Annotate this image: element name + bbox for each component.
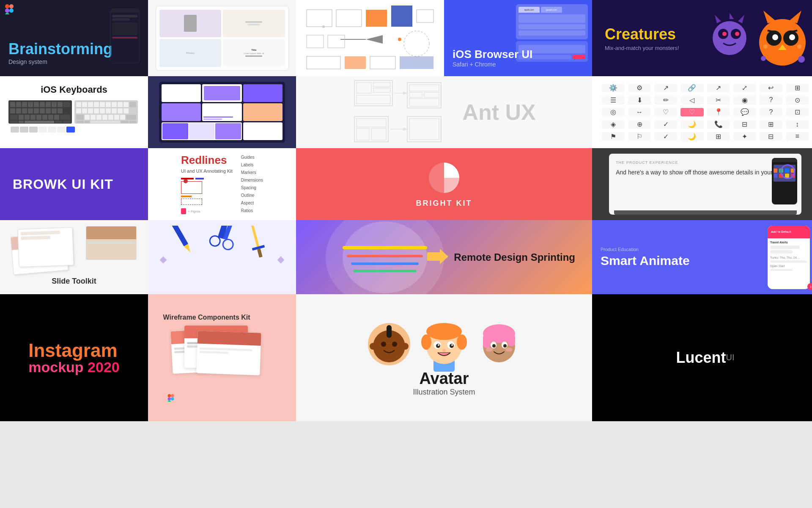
icon-cell: ↩: [760, 84, 782, 93]
icon-cell: ✓: [654, 120, 677, 129]
svg-rect-119: [357, 83, 371, 93]
svg-rect-98: [85, 115, 90, 120]
svg-rect-7: [366, 10, 387, 27]
svg-point-163: [426, 323, 462, 340]
svg-rect-48: [34, 102, 39, 107]
card-avatar[interactable]: Avatar Illustration System: [296, 294, 592, 421]
card-tools-blue[interactable]: [148, 220, 296, 294]
svg-rect-71: [60, 115, 70, 120]
card-bright-kit[interactable]: BRIGHT KIT: [296, 148, 592, 220]
svg-rect-128: [424, 92, 439, 97]
svg-rect-137: [409, 119, 439, 140]
svg-rect-151: [171, 394, 174, 398]
bright-kit-title: BRIGHT KIT: [416, 199, 472, 208]
bright-kit-icon-svg: [427, 161, 461, 195]
card-redlines[interactable]: Redlines UI and UX Annotating Kit + Figm…: [148, 148, 296, 220]
svg-rect-56: [22, 108, 27, 113]
card-wireframe-components[interactable]: Wireframe Components Kit: [148, 294, 296, 421]
card-creatures[interactable]: Creatures Mix-and-match your monsters!: [592, 0, 812, 76]
svg-rect-152: [167, 398, 171, 401]
svg-rect-158: [387, 325, 392, 338]
svg-rect-105: [126, 115, 136, 120]
svg-rect-117: [66, 127, 75, 133]
card-product-experience[interactable]: THE PRODUCT EXPERIENCE And here's a way …: [592, 148, 812, 220]
icon-cell: ?: [760, 108, 782, 117]
redlines-content: Redlines UI and UX Annotating Kit + Figm…: [181, 154, 263, 215]
svg-rect-57: [28, 108, 33, 113]
svg-point-181: [503, 344, 507, 348]
icon-cell: ✂: [707, 96, 730, 105]
svg-rect-12: [307, 35, 324, 48]
svg-rect-74: [25, 121, 54, 123]
svg-rect-17: [370, 56, 395, 69]
prototype-screens: Privacy Title Lorem ipsum dolor sit: [156, 6, 289, 71]
instagram-text: Instagram: [28, 340, 117, 361]
wireframe-arrows-svg: [298, 1, 442, 75]
card-smart-animate[interactable]: Product Education Smart Animate Add to D…: [592, 220, 812, 294]
svg-rect-55: [16, 108, 21, 113]
svg-rect-94: [112, 108, 117, 113]
svg-rect-112: [20, 127, 28, 133]
icon-cell: ↗: [707, 84, 730, 93]
svg-marker-135: [403, 127, 407, 131]
svg-rect-53: [63, 102, 70, 107]
svg-rect-50: [46, 102, 51, 107]
card-figma-prototype[interactable]: Privacy Title Lorem ipsum dolor sit: [148, 0, 296, 76]
icon-cell: ◈: [602, 120, 625, 129]
svg-rect-131: [357, 119, 386, 127]
card-slide-toolkit[interactable]: Slide Toolkit: [0, 220, 148, 294]
card-icon-grid[interactable]: ⚙️ ⚙ ↗ 🔗 ↗ ⤢ ↩ ⊞ ☰ ⬇ ✏ ◁ ✂ ◉ ? ⊙ ◎ ↔ ♡ ♡…: [592, 76, 812, 148]
icon-cell: ↗: [654, 84, 677, 93]
svg-rect-104: [120, 115, 125, 120]
icon-cell: 💬: [733, 108, 756, 117]
svg-rect-88: [76, 108, 81, 113]
card-dashboard-purple[interactable]: [148, 76, 296, 148]
card-ant-ux[interactable]: Ant UX: [296, 76, 592, 148]
svg-point-144: [222, 238, 234, 250]
svg-rect-101: [102, 115, 107, 120]
svg-rect-80: [88, 102, 93, 107]
svg-rect-59: [40, 108, 45, 113]
svg-rect-115: [48, 127, 56, 133]
svg-rect-121: [373, 88, 390, 92]
smart-animate-content: Product Education Smart Animate: [601, 247, 763, 268]
main-grid: Brainstorming Design system Privacy Titl…: [0, 0, 812, 508]
svg-rect-49: [40, 102, 45, 107]
svg-rect-46: [22, 102, 27, 107]
card-ios-keyboards[interactable]: iOS Keyboards: [0, 76, 148, 148]
svg-rect-109: [121, 121, 129, 123]
svg-point-173: [442, 349, 446, 352]
svg-marker-28: [738, 15, 744, 23]
icon-cell: ◎: [602, 108, 625, 117]
icon-cell: ✓: [654, 132, 677, 141]
svg-rect-110: [129, 121, 136, 123]
svg-rect-132: [357, 128, 369, 140]
card-instagram[interactable]: Instagram mockup 2020: [0, 294, 148, 421]
card-wireframe-arrows[interactable]: [296, 0, 444, 76]
svg-rect-126: [409, 85, 439, 91]
svg-rect-6: [336, 10, 362, 27]
svg-point-39: [763, 44, 768, 49]
svg-rect-70: [54, 115, 59, 120]
svg-rect-100: [96, 115, 102, 120]
svg-rect-95: [118, 108, 123, 113]
lucent-ui-superscript: UI: [726, 353, 735, 362]
svg-rect-133: [371, 128, 386, 140]
svg-rect-127: [409, 92, 422, 97]
svg-rect-153: [167, 400, 171, 402]
instagram-mockup-text: mockup: [28, 359, 88, 375]
icon-cell: ↕: [786, 120, 809, 129]
svg-rect-63: [10, 115, 18, 120]
svg-point-164: [421, 334, 431, 350]
icon-cell: ⚑: [602, 132, 625, 141]
svg-rect-47: [28, 102, 33, 107]
card-ios-browser[interactable]: apple.com google.com iOS Browser UI Safa…: [444, 0, 592, 76]
card-lucent[interactable]: LucentUI: [592, 294, 812, 421]
card-brainstorming[interactable]: Brainstorming Design system: [0, 0, 148, 76]
card-remote-design[interactable]: Remote Design Sprinting: [296, 220, 592, 294]
card-browk[interactable]: BROWK UI KIT: [0, 148, 148, 220]
svg-rect-139: [167, 226, 188, 246]
icon-cell: ⊕: [628, 120, 651, 129]
svg-rect-85: [118, 102, 123, 107]
icon-cell-pink: ♡: [680, 108, 703, 117]
